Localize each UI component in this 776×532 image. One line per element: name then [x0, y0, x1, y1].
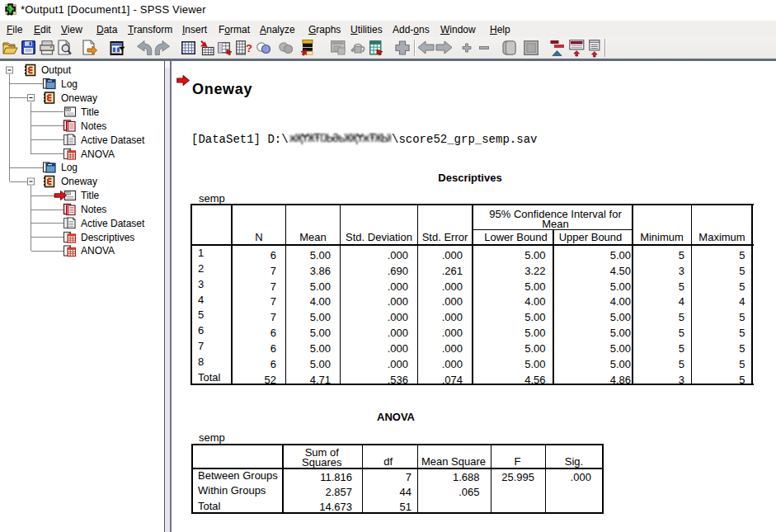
svg-text:Oneway: Oneway: [61, 92, 97, 104]
svg-text:ANOVA: ANOVA: [81, 148, 115, 160]
svg-text:Notes: Notes: [81, 204, 106, 215]
svg-text:Oneway: Oneway: [61, 176, 97, 187]
svg-text:Active Dataset: Active Dataset: [81, 134, 145, 146]
svg-text:Title: Title: [81, 106, 100, 118]
svg-text:Log: Log: [61, 78, 78, 90]
svg-text:Notes: Notes: [81, 120, 106, 132]
svg-text:Log: Log: [61, 162, 78, 173]
svg-text:Title: Title: [81, 190, 100, 201]
svg-text:Output: Output: [41, 64, 72, 76]
svg-text:Active Dataset: Active Dataset: [81, 218, 145, 229]
svg-text:?: ?: [246, 42, 252, 54]
svg-text:ANOVA: ANOVA: [81, 245, 115, 257]
svg-text:Descriptives: Descriptives: [81, 232, 134, 243]
